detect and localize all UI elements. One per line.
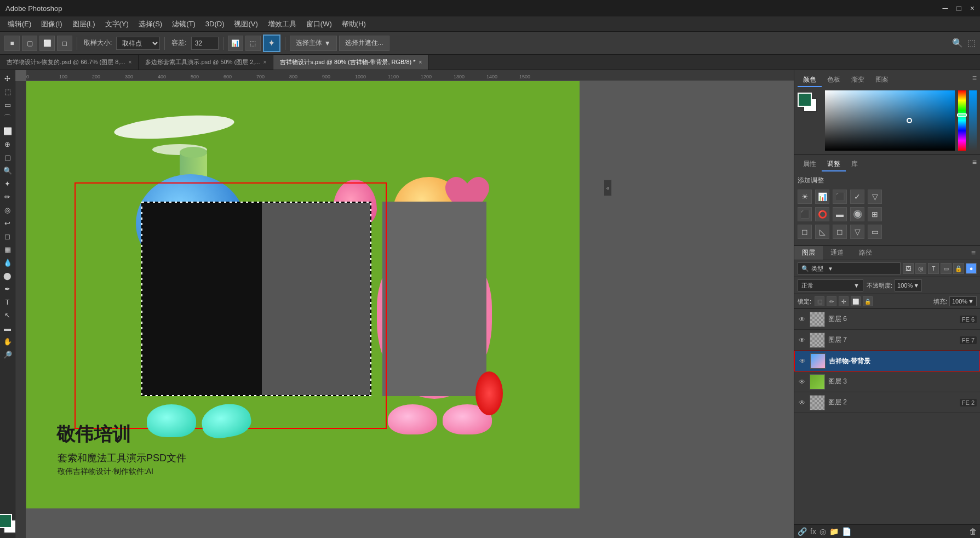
tab-2[interactable]: 吉祥物设计s.psd @ 80% (吉祥物-带背景, RGB/8) * × <box>273 55 429 70</box>
maximize-button[interactable]: □ <box>956 4 961 13</box>
add-style-btn[interactable]: fx <box>810 527 816 536</box>
filter-shape[interactable]: ▭ <box>941 263 952 274</box>
minimize-button[interactable]: ─ <box>942 4 948 13</box>
filter-adjustment[interactable]: ◎ <box>915 263 926 274</box>
foreground-color-swatch[interactable] <box>0 514 12 528</box>
alpha-slider[interactable] <box>969 90 977 151</box>
tool-blur[interactable]: 💧 <box>2 256 14 268</box>
tab-0-close[interactable]: × <box>129 59 132 65</box>
tool-square[interactable]: ■ <box>4 36 20 51</box>
adj-posterize[interactable]: ◺ <box>815 225 829 239</box>
select-subject-button[interactable]: 选择主体 ▼ <box>290 36 337 51</box>
tool-path-select[interactable]: ↖ <box>2 309 14 321</box>
gradient-tab[interactable]: 渐变 <box>846 73 870 87</box>
layer-2-visibility[interactable]: 👁 <box>798 398 806 407</box>
tool-eyedropper[interactable]: 🔍 <box>2 164 14 176</box>
filter-type[interactable]: T <box>928 263 939 274</box>
paths-tab[interactable]: 路径 <box>851 246 880 260</box>
menu-text[interactable]: 文字(Y) <box>101 18 133 31</box>
tool-rect3[interactable]: ⬜ <box>39 36 55 51</box>
tool-history-brush[interactable]: ↩ <box>2 217 14 229</box>
opacity-input[interactable]: 100% ▼ <box>895 279 922 291</box>
adj-threshold[interactable]: ◻ <box>833 225 847 239</box>
fill-input[interactable]: 100% ▼ <box>949 296 977 306</box>
adj-hsl[interactable]: ⬛ <box>798 207 812 221</box>
menu-help[interactable]: 帮助(H) <box>337 18 370 31</box>
layer-item-3[interactable]: 👁 图层 3 <box>794 371 980 392</box>
tool-artboard[interactable]: ⬚ <box>2 85 14 98</box>
lock-artboard[interactable]: ⬜ <box>851 296 861 306</box>
select-and-mask-button[interactable]: 选择并遮住... <box>339 36 389 51</box>
layer-item-2[interactable]: 👁 图层 2 FE 2 <box>794 392 980 413</box>
tool-histogram[interactable]: 📊 <box>228 36 243 51</box>
blend-mode-select[interactable]: 正常 ▼ <box>798 279 863 291</box>
menu-edit[interactable]: 编辑(E) <box>3 18 36 31</box>
adj-invert[interactable]: ◻ <box>798 225 812 239</box>
color-gradient-box[interactable] <box>825 90 955 151</box>
search-icon[interactable]: 🔍 <box>952 38 963 48</box>
lock-checkerboard[interactable]: ⬚ <box>815 296 824 306</box>
channels-tab[interactable]: 通道 <box>823 246 851 260</box>
color-panel-menu[interactable]: ≡ <box>972 73 977 87</box>
add-mask-btn[interactable]: ◎ <box>819 527 826 536</box>
layer-item-6[interactable]: 👁 图层 6 FE 6 <box>794 309 980 330</box>
tool-crop[interactable]: ⊕ <box>2 138 14 150</box>
color-tab[interactable]: 颜色 <box>798 73 822 87</box>
tab-0[interactable]: 吉祥物设计s-恢复的.psd @ 66.7% (图层 8,... × <box>0 55 139 70</box>
link-layers-btn[interactable]: 🔗 <box>798 527 807 536</box>
tool-lasso[interactable]: ⬚ <box>245 36 261 51</box>
layers-search[interactable]: 🔍 类型 ▼ <box>798 262 901 274</box>
layers-panel-menu[interactable]: ≡ <box>967 246 980 260</box>
filter-active[interactable]: ● <box>966 263 977 274</box>
tool-shape[interactable]: ▬ <box>2 322 14 334</box>
tool-spot-heal[interactable]: ✦ <box>2 178 14 190</box>
menu-image[interactable]: 图像(I) <box>37 18 66 31</box>
tool-lasso2[interactable]: ⌒ <box>2 112 14 124</box>
tool-marquee[interactable]: ▭ <box>2 99 14 111</box>
tool-eraser[interactable]: ◻ <box>2 230 14 242</box>
tool-move[interactable]: ✣ <box>2 72 14 84</box>
swatches-tab[interactable]: 色板 <box>822 73 846 87</box>
tool-hand[interactable]: ✋ <box>2 335 14 347</box>
adjustments-tab[interactable]: 调整 <box>822 158 846 171</box>
adj-brightness[interactable]: ☀ <box>798 190 812 204</box>
canvas-area[interactable]: 0 100 200 300 400 500 600 700 800 900 10… <box>15 70 794 538</box>
mascot-visibility[interactable]: 👁 <box>798 357 807 365</box>
tool-dodge[interactable]: ⬤ <box>2 270 14 282</box>
menu-plugins[interactable]: 增效工具 <box>263 18 301 31</box>
tab-2-close[interactable]: × <box>419 59 422 65</box>
tool-object-select[interactable]: ⬜ <box>2 125 14 137</box>
adj-levels[interactable]: 📊 <box>815 190 829 204</box>
layer-3-visibility[interactable]: 👁 <box>798 377 806 386</box>
library-tab[interactable]: 库 <box>846 158 863 171</box>
adj-selective-color[interactable]: ▭ <box>868 225 882 239</box>
pattern-tab[interactable]: 图案 <box>870 73 894 87</box>
tool-magic-wand[interactable]: ✦ <box>263 35 280 52</box>
new-group-btn[interactable]: 📁 <box>829 527 839 536</box>
props-panel-menu[interactable]: ≡ <box>972 158 977 171</box>
adj-curves[interactable]: ⬛ <box>833 190 847 204</box>
menu-3d[interactable]: 3D(D) <box>201 18 229 30</box>
layer-7-visibility[interactable]: 👁 <box>798 336 806 345</box>
tool-text[interactable]: T <box>2 296 14 308</box>
adj-channel-mixer[interactable]: ⊞ <box>868 207 882 221</box>
workspace-icon[interactable]: ⬚ <box>967 38 976 48</box>
tool-rect2[interactable]: ▢ <box>22 36 37 51</box>
adj-photo-filter[interactable]: 🔘 <box>850 207 864 221</box>
filter-smart[interactable]: 🔒 <box>953 263 964 274</box>
hue-slider[interactable] <box>958 90 966 151</box>
layer-6-visibility[interactable]: 👁 <box>798 315 806 324</box>
foreground-swatch[interactable] <box>798 93 812 107</box>
adj-gradient-map[interactable]: ▽ <box>850 225 864 239</box>
close-button[interactable]: × <box>970 4 975 13</box>
lock-move[interactable]: ✣ <box>839 296 849 306</box>
delete-layer-btn[interactable]: 🗑 <box>969 527 977 536</box>
tool-pen[interactable]: ✒ <box>2 283 14 295</box>
menu-view[interactable]: 视图(V) <box>230 18 262 31</box>
menu-window[interactable]: 窗口(W) <box>302 18 336 31</box>
tolerance-input[interactable] <box>191 37 219 50</box>
adj-vibrance[interactable]: ▽ <box>868 190 882 204</box>
lock-all[interactable]: 🔒 <box>863 296 873 306</box>
menu-select[interactable]: 选择(S) <box>134 18 167 31</box>
adj-bw[interactable]: ▬ <box>833 207 847 221</box>
